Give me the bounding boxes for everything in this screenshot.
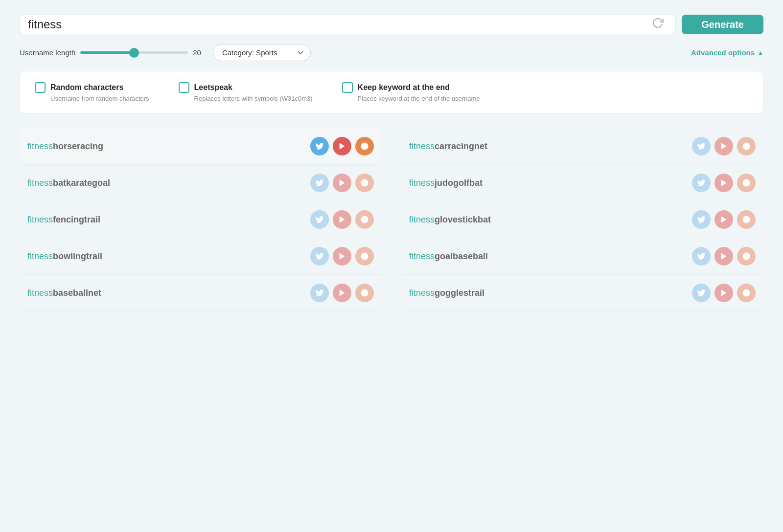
social-icons xyxy=(310,284,374,302)
result-item: fitnesscarracingnet xyxy=(401,128,763,165)
result-suffix: batkarategoal xyxy=(53,178,110,188)
result-name: fitnessbowlingtrail xyxy=(27,251,102,262)
random-chars-row: Random characters xyxy=(35,82,149,93)
leetspeak-label: Leetspeak xyxy=(194,83,232,92)
svg-marker-12 xyxy=(340,216,345,223)
leetspeak-option: Leetspeak Replaces letters with symbols … xyxy=(179,82,313,102)
reddit-icon[interactable] xyxy=(355,174,374,192)
twitter-icon[interactable] xyxy=(692,284,711,302)
svg-point-2 xyxy=(367,144,368,146)
twitter-icon[interactable] xyxy=(692,210,711,229)
social-icons xyxy=(310,137,374,155)
twitter-icon[interactable] xyxy=(310,210,329,229)
svg-marker-15 xyxy=(721,216,727,223)
results-grid: fitnesshorseracing fitnesscarracingnet xyxy=(20,128,763,311)
result-keyword: fitness xyxy=(27,288,53,298)
youtube-icon[interactable] xyxy=(714,210,733,229)
svg-point-13 xyxy=(361,216,368,223)
svg-point-8 xyxy=(367,181,368,182)
random-chars-checkbox[interactable] xyxy=(35,82,46,93)
result-item: fitnessjudogolfbat xyxy=(401,165,763,201)
random-chars-label: Random characters xyxy=(50,83,123,92)
result-keyword: fitness xyxy=(27,178,53,188)
reddit-icon[interactable] xyxy=(737,137,756,155)
result-item: fitnessbatkarategoal xyxy=(20,165,382,201)
twitter-icon[interactable] xyxy=(310,247,329,266)
keep-keyword-checkbox[interactable] xyxy=(342,82,353,93)
social-icons xyxy=(310,210,374,229)
reddit-icon[interactable] xyxy=(355,284,374,302)
reddit-icon[interactable] xyxy=(737,174,756,192)
twitter-icon[interactable] xyxy=(310,174,329,192)
result-keyword: fitness xyxy=(27,141,53,151)
keep-keyword-label: Keep keyword at the end xyxy=(358,83,450,92)
result-name: fitnessjudogolfbat xyxy=(409,178,483,188)
social-icons xyxy=(692,137,756,155)
youtube-icon[interactable] xyxy=(714,137,733,155)
reddit-icon[interactable] xyxy=(737,247,756,266)
svg-point-23 xyxy=(748,254,750,256)
result-keyword: fitness xyxy=(27,251,53,261)
result-keyword: fitness xyxy=(409,141,435,151)
social-icons xyxy=(310,247,374,266)
advanced-options-button[interactable]: Advanced options ▲ xyxy=(691,48,763,57)
twitter-icon[interactable] xyxy=(692,174,711,192)
svg-point-7 xyxy=(361,179,368,187)
result-suffix: carracingnet xyxy=(435,141,487,151)
youtube-icon[interactable] xyxy=(714,174,733,192)
result-item: fitnesshorseracing xyxy=(20,128,382,165)
result-suffix: gogglestrail xyxy=(435,288,484,298)
length-label: Username length xyxy=(20,48,75,57)
random-chars-desc: Username from random characters xyxy=(50,95,149,102)
twitter-icon[interactable] xyxy=(310,284,329,302)
refresh-button[interactable] xyxy=(648,15,668,34)
youtube-icon[interactable] xyxy=(714,284,733,302)
twitter-icon[interactable] xyxy=(692,247,711,266)
reddit-icon[interactable] xyxy=(737,210,756,229)
search-input[interactable] xyxy=(28,18,648,31)
twitter-icon[interactable] xyxy=(310,137,329,155)
leetspeak-checkbox[interactable] xyxy=(179,82,189,93)
svg-point-20 xyxy=(367,254,368,256)
youtube-icon[interactable] xyxy=(714,247,733,266)
result-name: fitnessfencingtrail xyxy=(27,215,100,225)
svg-point-17 xyxy=(748,218,750,219)
result-item: fitnessgoalbaseball xyxy=(401,238,763,275)
youtube-icon[interactable] xyxy=(333,284,351,302)
svg-point-11 xyxy=(748,181,750,182)
leetspeak-desc: Replaces letters with symbols (W31c0m3) xyxy=(194,95,313,102)
youtube-icon[interactable] xyxy=(333,210,351,229)
category-select[interactable]: Category: Sports Category: Games Categor… xyxy=(213,44,311,61)
youtube-icon[interactable] xyxy=(333,247,351,266)
svg-marker-3 xyxy=(721,143,727,150)
result-name: fitnessglovestickbat xyxy=(409,215,491,225)
result-name: fitnessbatkarategoal xyxy=(27,178,110,188)
reddit-icon[interactable] xyxy=(355,137,374,155)
random-chars-option: Random characters Username from random c… xyxy=(35,82,149,102)
keep-keyword-option: Keep keyword at the end Places keyword a… xyxy=(342,82,480,102)
advanced-panel: Random characters Username from random c… xyxy=(20,71,763,113)
svg-point-10 xyxy=(743,179,750,187)
twitter-icon[interactable] xyxy=(692,137,711,155)
search-input-wrapper xyxy=(20,15,676,34)
social-icons xyxy=(692,210,756,229)
length-slider[interactable] xyxy=(80,51,188,54)
result-item: fitnessbowlingtrail xyxy=(20,238,382,275)
reddit-icon[interactable] xyxy=(737,284,756,302)
youtube-icon[interactable] xyxy=(333,137,351,155)
length-value: 20 xyxy=(193,48,201,57)
result-name: fitnessgoalbaseball xyxy=(409,251,488,262)
svg-point-29 xyxy=(748,291,750,292)
reddit-icon[interactable] xyxy=(355,247,374,266)
svg-marker-6 xyxy=(340,179,345,186)
result-item: fitnessgogglestrail xyxy=(401,275,763,311)
svg-point-28 xyxy=(743,289,750,297)
generate-button[interactable]: Generate xyxy=(682,15,763,34)
youtube-icon[interactable] xyxy=(333,174,351,192)
result-suffix: baseballnet xyxy=(53,288,101,298)
reddit-icon[interactable] xyxy=(355,210,374,229)
svg-marker-9 xyxy=(721,179,727,186)
svg-point-25 xyxy=(361,289,368,297)
svg-point-1 xyxy=(361,143,368,150)
controls-row: Username length 20 Category: Sports Cate… xyxy=(20,44,763,61)
